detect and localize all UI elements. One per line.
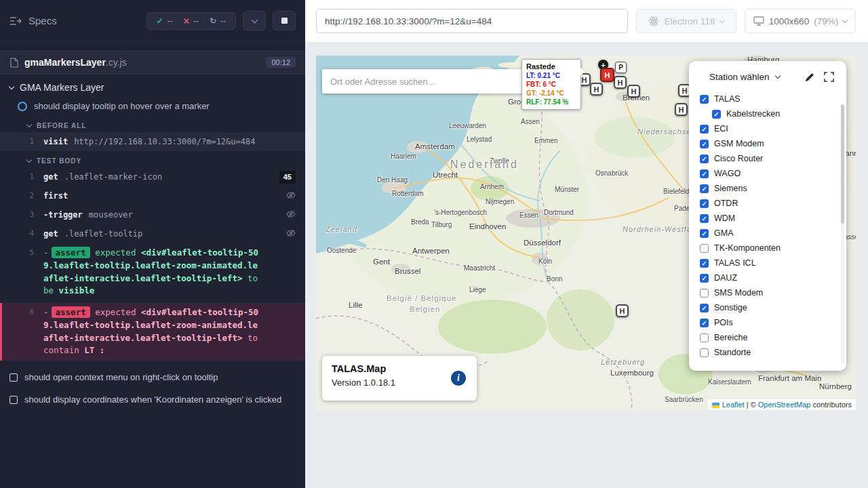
app-version: Version 1.0.18.1 bbox=[332, 378, 467, 388]
checkbox-checked[interactable]: ✓ bbox=[700, 95, 709, 104]
station-filter-item[interactable]: ✓Kabelstrecken bbox=[689, 106, 846, 121]
checkbox-checked[interactable]: ✓ bbox=[700, 125, 709, 134]
chevron-down-icon bbox=[842, 17, 848, 22]
spec-file[interactable]: gmaMarkersLayer.cy.js 00:12 bbox=[0, 51, 305, 74]
command-row[interactable]: 2first bbox=[0, 186, 305, 205]
assert-badge: assert bbox=[52, 247, 90, 258]
suite-header[interactable]: GMA Markers Layer bbox=[0, 74, 305, 96]
command-assert[interactable]: 6-assert expected <div#leaflet-tooltip-5… bbox=[0, 303, 305, 361]
panel-scrollbar[interactable] bbox=[841, 104, 844, 364]
station-filter-item[interactable]: Bereiche bbox=[689, 330, 846, 345]
station-marker[interactable]: H bbox=[616, 304, 629, 317]
test-item[interactable]: should display coordinates when 'Koordin… bbox=[0, 388, 305, 411]
checkbox-checked[interactable]: ✓ bbox=[700, 319, 709, 327]
station-filter-item[interactable]: ✓ECI bbox=[689, 121, 846, 136]
station-marker-active[interactable]: H bbox=[600, 68, 614, 82]
command-row[interactable]: 3-triggermouseover bbox=[0, 205, 305, 224]
test-body-commands: 1get.leaflet-marker-icon452first3-trigge… bbox=[0, 167, 305, 361]
station-filter-label: WAGO bbox=[714, 169, 741, 178]
test-item-active[interactable]: should display tooltip on hover over a m… bbox=[0, 96, 305, 116]
checkbox-checked[interactable]: ✓ bbox=[700, 229, 709, 238]
expand-icon[interactable] bbox=[824, 72, 834, 82]
station-filter-item[interactable]: ✓POIs bbox=[689, 315, 846, 330]
element-count-badge: 45 bbox=[279, 171, 296, 184]
station-filter-item[interactable]: ✓WDM bbox=[689, 211, 846, 226]
specs-title: Specs bbox=[28, 15, 57, 26]
checkbox-checked[interactable]: ✓ bbox=[700, 304, 709, 312]
station-filter-item[interactable]: ✓GMA bbox=[689, 226, 846, 241]
checkbox-checked[interactable]: ✓ bbox=[700, 259, 709, 268]
command-line-number: 2 bbox=[18, 190, 34, 202]
checkbox-checked[interactable]: ✓ bbox=[700, 169, 709, 178]
checkbox-checked[interactable]: ✓ bbox=[700, 140, 709, 148]
station-filter-item[interactable]: ✓GSM Modem bbox=[689, 136, 846, 151]
pending-test-icon bbox=[9, 396, 18, 404]
pending-tests: should open context menu on right-click … bbox=[0, 366, 305, 411]
checkbox-checked[interactable]: ✓ bbox=[700, 155, 709, 163]
checkbox-unchecked[interactable] bbox=[700, 333, 709, 342]
command-assert[interactable]: 5-assert expected <div#leaflet-tooltip-5… bbox=[0, 243, 305, 301]
checkbox-checked[interactable]: ✓ bbox=[700, 274, 709, 283]
command-row[interactable]: 1get.leaflet-marker-icon45 bbox=[0, 167, 305, 186]
stop-button[interactable] bbox=[273, 11, 296, 30]
cypress-reporter: Specs ✓-- ×-- ↻-- gmaMarkersLayer.cy.js … bbox=[0, 0, 305, 488]
checkbox-unchecked[interactable] bbox=[700, 289, 709, 298]
marker-tooltip[interactable]: Rastede LT: 0.21 °CFBT: 6 °CGT: -2.14 °C… bbox=[521, 59, 581, 110]
station-marker[interactable]: H bbox=[627, 85, 640, 98]
app-info-card: TALAS.Map Version 1.0.18.1 i bbox=[322, 356, 477, 401]
failed-count: -- bbox=[193, 16, 199, 26]
collapse-button[interactable] bbox=[243, 11, 266, 30]
command-args: mouseover bbox=[89, 210, 133, 220]
station-filter-panel: Station wählen ✓TALAS✓Kabelstrecken✓ECI✓… bbox=[689, 61, 846, 371]
checkbox-checked[interactable]: ✓ bbox=[700, 214, 709, 223]
station-select[interactable]: Station wählen bbox=[709, 72, 770, 82]
station-filter-item[interactable]: ✓OTDR bbox=[689, 196, 846, 211]
tooltip-title: Rastede bbox=[526, 62, 576, 71]
checkbox-checked[interactable]: ✓ bbox=[700, 184, 709, 193]
station-marker[interactable]: H bbox=[675, 103, 688, 116]
checkbox-unchecked[interactable] bbox=[700, 348, 709, 357]
map-search-input[interactable] bbox=[322, 69, 526, 94]
viewport-selector[interactable]: 1000x660 (79%) bbox=[745, 9, 856, 33]
viewport-zoom: (79%) bbox=[814, 16, 838, 26]
station-filter-item[interactable]: Standorte bbox=[689, 345, 846, 360]
checkbox-unchecked[interactable] bbox=[700, 244, 709, 253]
info-icon[interactable]: i bbox=[451, 371, 466, 386]
test-item[interactable]: should open context menu on right-click … bbox=[0, 366, 305, 388]
edit-icon[interactable] bbox=[805, 73, 814, 82]
osm-link[interactable]: OpenStreetMap bbox=[758, 401, 811, 409]
station-filter-item[interactable]: ✓TALAS bbox=[689, 92, 846, 106]
station-filter-item[interactable]: ✓TALAS ICL bbox=[689, 256, 846, 270]
app-title: TALAS.Map bbox=[332, 363, 467, 374]
command-line-number: 5 bbox=[18, 247, 34, 259]
test-body-header[interactable]: TEST BODY bbox=[0, 151, 305, 167]
chevron-down-icon bbox=[774, 73, 780, 79]
station-marker[interactable]: H bbox=[614, 76, 627, 89]
before-all-header[interactable]: BEFORE ALL bbox=[0, 116, 305, 132]
station-filter-label: DAUZ bbox=[714, 273, 737, 283]
chevron-down-icon bbox=[26, 122, 32, 127]
command-row[interactable]: 1visithttp://192.168.10.33:3000/?m=12&u=… bbox=[0, 132, 305, 151]
leaflet-link[interactable]: Leaflet bbox=[722, 401, 745, 409]
station-filter-item[interactable]: ✓Sonstige bbox=[689, 300, 846, 315]
command-line-number: 6 bbox=[18, 307, 34, 319]
spec-extension: .cy.js bbox=[106, 57, 127, 68]
command-row[interactable]: 4get.leaflet-tooltip bbox=[0, 224, 305, 243]
map-attribution: Leaflet | © OpenStreetMap contributors bbox=[708, 399, 856, 410]
url-input[interactable] bbox=[316, 9, 628, 33]
checkbox-checked[interactable]: ✓ bbox=[712, 110, 721, 119]
parking-marker[interactable]: P bbox=[615, 62, 627, 73]
station-marker[interactable]: H bbox=[590, 83, 603, 96]
leaflet-map[interactable]: GroningenLeeuwardenAssenEmmenZwolleLelys… bbox=[316, 56, 856, 410]
scrollbar-thumb[interactable] bbox=[841, 104, 844, 224]
station-filter-item[interactable]: SMS Modem bbox=[689, 285, 846, 300]
station-filter-item[interactable]: ✓Siemens bbox=[689, 181, 846, 196]
browser-selector[interactable]: Electron 118 bbox=[636, 9, 736, 33]
checkbox-checked[interactable]: ✓ bbox=[700, 199, 709, 208]
station-filter-item[interactable]: ✓DAUZ bbox=[689, 270, 846, 285]
specs-menu-icon[interactable] bbox=[9, 16, 22, 26]
station-filter-item[interactable]: ✓WAGO bbox=[689, 166, 846, 181]
station-filter-label: Kabelstrecken bbox=[726, 109, 780, 119]
station-filter-item[interactable]: ✓Cisco Router bbox=[689, 151, 846, 166]
station-filter-item[interactable]: TK-Komponenten bbox=[689, 241, 846, 256]
